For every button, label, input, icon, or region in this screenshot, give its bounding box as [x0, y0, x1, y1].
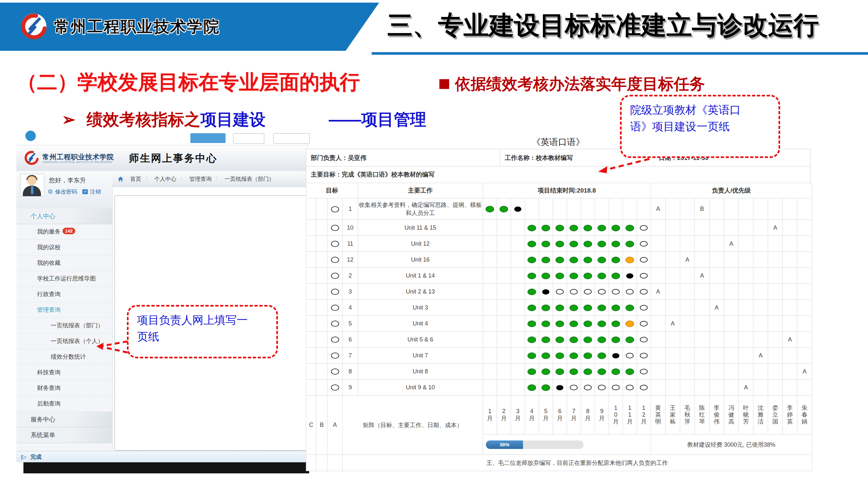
- goal-radio-button[interactable]: [331, 289, 339, 295]
- cell-month-dot: [525, 284, 539, 300]
- cell-month-dot: [595, 300, 609, 316]
- sidebar-item[interactable]: 一页纸报表（部门）: [16, 318, 112, 334]
- goal-radio-button[interactable]: [331, 352, 339, 359]
- goal-radio-button[interactable]: [331, 241, 339, 247]
- cell-owner-priority: [753, 198, 768, 220]
- dot-open: [640, 305, 648, 311]
- dot-green: [569, 321, 578, 327]
- cell-month-dot: [525, 198, 539, 220]
- breadcrumb-item[interactable]: 一页纸报表（部门）: [221, 175, 278, 183]
- cell-owner-priority: [710, 364, 724, 379]
- cell-owner-priority: [739, 268, 753, 284]
- sidebar-item[interactable]: 我的服务142: [16, 224, 112, 240]
- goal-radio-button[interactable]: [331, 321, 339, 327]
- cell-priority-b: [316, 236, 328, 252]
- cell-month-dot: [525, 364, 539, 379]
- dot-green: [556, 305, 564, 311]
- dot-green: [612, 321, 620, 327]
- cell-month-dot: [539, 252, 553, 268]
- sidebar-item[interactable]: 后勤查询: [16, 396, 112, 412]
- callout-line: 项目负责人网上填写一: [137, 312, 268, 328]
- empty-cell: [328, 455, 343, 471]
- month-label: 5月: [539, 396, 553, 435]
- goal-radio-button[interactable]: [331, 225, 339, 231]
- cell-owner-priority: [739, 198, 753, 220]
- callout-line: 页纸: [137, 328, 268, 345]
- sidebar-item[interactable]: 服务中心: [16, 412, 112, 427]
- goal-radio-button[interactable]: [331, 305, 339, 311]
- goal-radio-button[interactable]: [331, 337, 339, 343]
- sidebar-item[interactable]: 学校工作运行思维导图: [16, 271, 112, 287]
- browser-remnant-icon[interactable]: [25, 131, 36, 141]
- cell-priority-b: [316, 316, 328, 332]
- cell-priority-b: [316, 348, 328, 364]
- sidebar-item[interactable]: 行政查询: [16, 287, 112, 302]
- cell-month-dot: [609, 236, 623, 252]
- cell-month-dot: [553, 348, 567, 364]
- dot-green: [569, 225, 578, 231]
- cell-priority-c: [306, 348, 316, 364]
- goal-radio-button[interactable]: [331, 384, 339, 391]
- dot-open: [612, 289, 620, 294]
- cell-owner-priority: [680, 332, 695, 348]
- cell-month-dot: [623, 220, 637, 236]
- sidebar-item[interactable]: 我的议校: [16, 240, 112, 255]
- sidebar-item[interactable]: 我的收藏: [16, 255, 112, 271]
- dot-open: [640, 337, 648, 342]
- logout-link[interactable]: 注销: [90, 188, 101, 196]
- cell-owner-priority: [710, 379, 724, 396]
- dialog-secondary-button[interactable]: [233, 133, 264, 144]
- change-password-link[interactable]: 修改密码: [55, 188, 77, 196]
- breadcrumb-item[interactable]: 首页: [126, 175, 145, 183]
- breadcrumb-item[interactable]: 个人中心: [150, 175, 180, 183]
- cell-month-dot: [553, 332, 567, 348]
- dot-green: [556, 337, 564, 343]
- person-name-label: 娄立国: [768, 396, 783, 435]
- breadcrumb-item[interactable]: 管理查询: [186, 175, 215, 183]
- dot-green: [625, 241, 634, 247]
- sidebar-item[interactable]: 管理查询: [16, 302, 112, 318]
- cell-owner-priority: A: [724, 236, 739, 252]
- sidebar-item[interactable]: 财务查询: [16, 380, 112, 396]
- cell-owner-priority: [680, 316, 695, 332]
- cell-month-dot: [623, 300, 637, 316]
- dialog-primary-button[interactable]: [190, 133, 225, 143]
- dot-green: [584, 369, 592, 375]
- cell-owner-priority: [797, 220, 812, 236]
- cell-owner-priority: [724, 348, 739, 364]
- table-row: 10Unit 11 & 15A: [306, 220, 812, 236]
- logout-icon: ⏎: [82, 189, 88, 194]
- dialog-secondary-button[interactable]: [273, 133, 310, 144]
- goal-radio-button[interactable]: [331, 273, 339, 279]
- sidebar-item[interactable]: 科技查询: [16, 365, 112, 380]
- col-header-goal: 目标: [306, 183, 358, 198]
- dot-open: [640, 289, 648, 294]
- sidebar-item-label: 管理查询: [37, 307, 61, 313]
- cell-month-dot: [609, 252, 623, 268]
- cell-owner-priority: [768, 198, 783, 220]
- priority-legend-letter: C: [306, 396, 316, 455]
- cell-month-dot: [483, 268, 497, 284]
- cell-month-dot: [511, 198, 525, 220]
- cell-month-dot: [623, 348, 637, 364]
- dot-green: [612, 305, 620, 311]
- cell-month-dot: [483, 332, 497, 348]
- cell-owner-priority: [695, 300, 710, 316]
- sidebar-item[interactable]: 个人中心: [16, 208, 112, 224]
- cell-radio: [328, 268, 343, 284]
- status-bar: |▷ 完成: [16, 451, 309, 462]
- cell-task-number: 5: [343, 316, 358, 332]
- cell-month-dot: [497, 236, 511, 252]
- cell-owner-priority: [651, 348, 665, 364]
- sidebar-item[interactable]: 系统菜单: [16, 427, 112, 443]
- goal-radio-button[interactable]: [331, 369, 339, 375]
- cell-owner-priority: [768, 348, 783, 364]
- goal-radio-button[interactable]: [331, 206, 339, 212]
- table-row: 9Unit 9 & 10A: [306, 379, 812, 396]
- goal-radio-button[interactable]: [331, 257, 339, 263]
- dot-open: [640, 369, 648, 374]
- bullet-heading: 依据绩效考核办法落实年度目标任务: [439, 74, 705, 94]
- sub-heading-right: ——项目管理: [329, 109, 426, 131]
- cell-owner-priority: [695, 332, 710, 348]
- cell-month-dot: [623, 252, 637, 268]
